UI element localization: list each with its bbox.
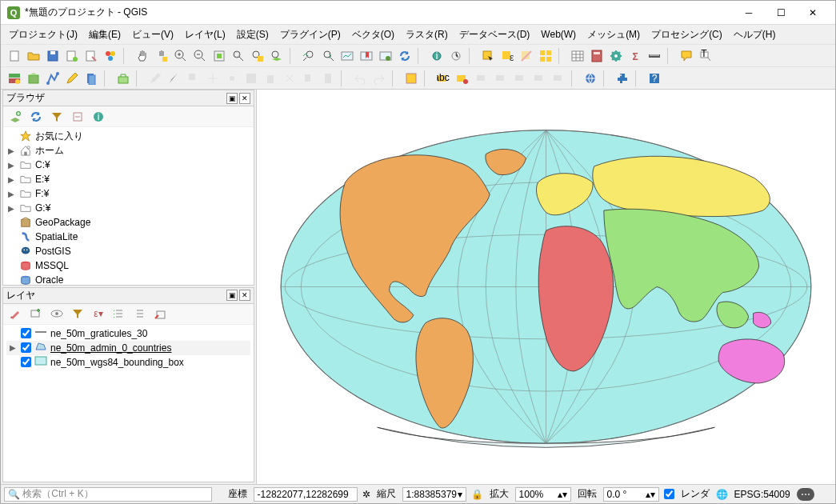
browser-filter-icon[interactable]	[48, 108, 66, 126]
menu-web[interactable]: Web(W)	[536, 27, 581, 42]
browser-item[interactable]: ▶F:¥	[6, 186, 250, 201]
show-label-icon[interactable]	[492, 70, 510, 87]
zoom-next-icon[interactable]	[319, 47, 337, 65]
menu-processing[interactable]: プロセシング(C)	[646, 26, 727, 43]
browser-item[interactable]: Oracle	[6, 273, 250, 285]
save-project-icon[interactable]	[44, 47, 62, 65]
redo-icon[interactable]	[370, 70, 388, 87]
pin-label-icon[interactable]	[473, 70, 490, 87]
python-console-icon[interactable]	[614, 70, 631, 87]
change-label-icon[interactable]	[550, 70, 567, 87]
maptips-icon[interactable]	[678, 47, 695, 65]
new-virtual-layer-icon[interactable]	[114, 70, 132, 87]
new-map-view-icon[interactable]	[338, 47, 356, 65]
zoom-in-icon[interactable]	[172, 47, 190, 65]
lock-icon[interactable]: 🔒	[471, 489, 483, 500]
select-all-icon[interactable]	[537, 47, 554, 65]
browser-item[interactable]: SpatiaLite	[6, 230, 250, 244]
minimize-button[interactable]: ─	[733, 2, 765, 24]
new-bookmark-icon[interactable]	[358, 47, 375, 65]
expand-icon[interactable]: ▶	[10, 343, 18, 352]
menu-database[interactable]: データベース(D)	[454, 26, 535, 43]
data-source-manager-icon[interactable]	[6, 70, 23, 87]
menu-help[interactable]: ヘルプ(H)	[729, 26, 781, 43]
map-canvas[interactable]	[257, 90, 835, 484]
browser-properties-icon[interactable]: i	[90, 108, 107, 126]
rotate-label-icon[interactable]	[530, 70, 548, 87]
zoom-selection-icon[interactable]	[249, 47, 266, 65]
delete-feature-icon[interactable]	[262, 70, 279, 87]
messages-icon[interactable]: ⋯	[797, 488, 814, 501]
pan-selection-icon[interactable]	[153, 47, 170, 65]
layers-add-group-icon[interactable]	[27, 305, 45, 322]
menu-layer[interactable]: レイヤ(L)	[180, 26, 230, 43]
browser-collapse-icon[interactable]	[69, 108, 86, 126]
expand-icon[interactable]: ▶	[8, 175, 16, 184]
style-manager-icon[interactable]	[102, 47, 119, 65]
layers-style-icon[interactable]	[6, 305, 24, 322]
browser-item[interactable]: ▶ホーム	[6, 143, 250, 158]
browser-item[interactable]: GeoPackage	[6, 215, 250, 230]
copy-icon[interactable]	[300, 70, 318, 87]
show-bookmarks-icon[interactable]	[377, 47, 394, 65]
annotation-icon[interactable]: T	[697, 47, 714, 65]
expand-icon[interactable]: ▶	[8, 204, 16, 213]
paste-icon[interactable]	[319, 70, 337, 87]
layers-tree[interactable]: ne_50m_graticules_30▶ne_50m_admin_0_coun…	[3, 325, 254, 482]
edit-attr-icon[interactable]	[242, 70, 260, 87]
menu-mesh[interactable]: メッシュ(M)	[582, 26, 645, 43]
pan-icon[interactable]	[134, 47, 151, 65]
menu-raster[interactable]: ラスタ(R)	[401, 26, 453, 43]
browser-close-button[interactable]: ✕	[239, 93, 250, 104]
rot-field[interactable]: 0.0 °▴▾	[603, 487, 659, 502]
undo-icon[interactable]	[351, 70, 369, 87]
menu-edit[interactable]: 編集(E)	[84, 26, 126, 43]
layers-collapse-icon[interactable]	[131, 305, 149, 322]
layer-visibility-checkbox[interactable]	[21, 357, 31, 367]
diagram-tool-icon[interactable]	[454, 70, 471, 87]
layers-close-button[interactable]: ✕	[239, 290, 250, 301]
zoom-last-icon[interactable]	[300, 47, 318, 65]
browser-refresh-icon[interactable]	[27, 108, 45, 126]
move-label-icon[interactable]	[511, 70, 529, 87]
browser-add-icon[interactable]	[6, 108, 24, 126]
add-feature-icon[interactable]	[185, 70, 202, 87]
browser-item[interactable]: MSSQL	[6, 258, 250, 273]
layer-visibility-checkbox[interactable]	[21, 342, 31, 353]
open-project-icon[interactable]	[25, 47, 42, 65]
add-vector-icon[interactable]	[44, 70, 62, 87]
action-icon[interactable]	[447, 47, 465, 65]
extents-icon[interactable]: ✲	[362, 489, 370, 500]
select-feature-icon[interactable]	[479, 47, 497, 65]
layer-item[interactable]: ne_50m_wgs84_bounding_box	[6, 355, 250, 370]
new-shapefile-icon[interactable]	[82, 70, 100, 87]
vertex-tool-icon[interactable]	[223, 70, 241, 87]
deselect-icon[interactable]	[518, 47, 535, 65]
new-geopackage-icon[interactable]	[25, 70, 42, 87]
layers-visibility-icon[interactable]	[48, 305, 66, 322]
browser-item[interactable]: ▶C:¥	[6, 158, 250, 172]
menu-vector[interactable]: ベクタ(O)	[347, 26, 399, 43]
browser-item[interactable]: PostGIS	[6, 244, 250, 258]
digitize-shape-icon[interactable]	[402, 70, 420, 87]
layers-expr-filter-icon[interactable]: ε▾	[90, 305, 107, 322]
measure-icon[interactable]	[646, 47, 663, 65]
mag-field[interactable]: 100%▴▾	[515, 487, 571, 502]
attr-table-icon[interactable]	[569, 47, 586, 65]
cut-icon[interactable]	[281, 70, 298, 87]
layout-manager-icon[interactable]	[82, 47, 100, 65]
render-checkbox[interactable]	[664, 489, 674, 499]
crs-label[interactable]: EPSG:54009	[733, 489, 792, 500]
layer-item[interactable]: ▶ne_50m_admin_0_countries	[6, 341, 250, 355]
layers-remove-icon[interactable]	[152, 305, 170, 322]
browser-item[interactable]: ▶G:¥	[6, 201, 250, 215]
crs-icon[interactable]: 🌐	[716, 489, 728, 500]
current-edits-icon[interactable]	[146, 70, 164, 87]
layers-expand-icon[interactable]	[110, 305, 128, 322]
label-tool-icon[interactable]: abc	[434, 70, 452, 87]
toolbox-icon[interactable]	[607, 47, 625, 65]
zoom-layer-icon[interactable]	[268, 47, 286, 65]
browser-item[interactable]: お気に入り	[6, 129, 250, 143]
save-edits-icon[interactable]	[166, 70, 183, 87]
menu-view[interactable]: ビュー(V)	[127, 26, 178, 43]
